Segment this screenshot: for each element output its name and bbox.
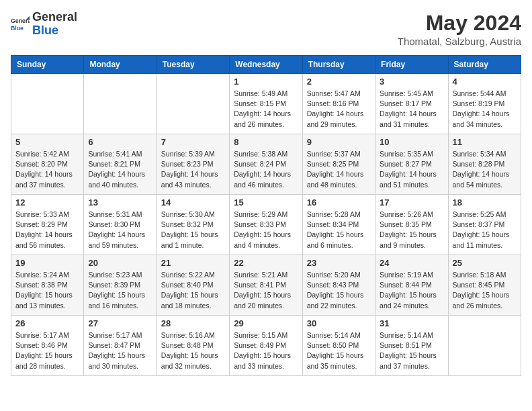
calendar-cell: 26Sunrise: 5:17 AMSunset: 8:46 PMDayligh… [11,316,84,376]
calendar-cell: 6Sunrise: 5:41 AMSunset: 8:21 PMDaylight… [84,134,157,195]
day-number: 12 [15,197,79,208]
calendar-cell: 21Sunrise: 5:22 AMSunset: 8:40 PMDayligh… [157,255,229,316]
day-info: Sunrise: 5:33 AMSunset: 8:29 PMDaylight:… [15,210,79,250]
calendar-cell: 1Sunrise: 5:49 AMSunset: 8:15 PMDaylight… [230,74,302,134]
day-info: Sunrise: 5:39 AMSunset: 8:23 PMDaylight:… [161,149,225,190]
day-number: 16 [307,197,371,208]
calendar-week-row: 5Sunrise: 5:42 AMSunset: 8:20 PMDaylight… [11,134,521,195]
day-number: 23 [307,258,371,268]
calendar-cell: 7Sunrise: 5:39 AMSunset: 8:23 PMDaylight… [157,134,229,195]
day-number: 15 [234,197,298,208]
calendar-cell: 10Sunrise: 5:35 AMSunset: 8:27 PMDayligh… [375,134,448,195]
day-of-week-header: Thursday [302,56,375,74]
calendar-cell: 29Sunrise: 5:15 AMSunset: 8:49 PMDayligh… [230,316,302,376]
day-number: 17 [380,197,443,208]
calendar-table: SundayMondayTuesdayWednesdayThursdayFrid… [11,55,521,376]
day-info: Sunrise: 5:19 AMSunset: 8:44 PMDaylight:… [380,270,443,311]
calendar-cell: 13Sunrise: 5:31 AMSunset: 8:30 PMDayligh… [84,195,157,255]
svg-text:General: General [11,17,30,24]
day-info: Sunrise: 5:30 AMSunset: 8:32 PMDaylight:… [161,210,225,250]
day-info: Sunrise: 5:31 AMSunset: 8:30 PMDaylight:… [88,210,152,250]
day-info: Sunrise: 5:38 AMSunset: 8:24 PMDaylight:… [234,149,298,190]
day-info: Sunrise: 5:44 AMSunset: 8:19 PMDaylight:… [453,89,517,130]
day-number: 29 [234,318,298,328]
day-info: Sunrise: 5:23 AMSunset: 8:39 PMDaylight:… [88,270,152,311]
calendar-cell: 19Sunrise: 5:24 AMSunset: 8:38 PMDayligh… [11,255,84,316]
day-info: Sunrise: 5:26 AMSunset: 8:35 PMDaylight:… [380,210,443,250]
day-number: 18 [453,197,517,208]
day-info: Sunrise: 5:14 AMSunset: 8:51 PMDaylight:… [380,330,443,371]
day-of-week-header: Monday [84,56,157,74]
calendar-cell: 8Sunrise: 5:38 AMSunset: 8:24 PMDaylight… [230,134,302,195]
day-number: 20 [88,258,152,268]
calendar-cell: 12Sunrise: 5:33 AMSunset: 8:29 PMDayligh… [11,195,84,255]
day-number: 24 [380,258,443,268]
day-number: 2 [307,77,371,87]
day-info: Sunrise: 5:29 AMSunset: 8:33 PMDaylight:… [234,210,298,250]
day-info: Sunrise: 5:24 AMSunset: 8:38 PMDaylight:… [15,270,79,311]
day-number: 27 [88,318,152,328]
day-number: 31 [380,318,443,328]
calendar-cell [157,74,229,134]
calendar-cell: 2Sunrise: 5:47 AMSunset: 8:16 PMDaylight… [302,74,375,134]
calendar-cell: 20Sunrise: 5:23 AMSunset: 8:39 PMDayligh… [84,255,157,316]
calendar-week-row: 26Sunrise: 5:17 AMSunset: 8:46 PMDayligh… [11,316,521,376]
day-info: Sunrise: 5:47 AMSunset: 8:16 PMDaylight:… [307,89,371,130]
day-info: Sunrise: 5:20 AMSunset: 8:43 PMDaylight:… [307,270,371,311]
day-of-week-header: Sunday [11,56,84,74]
calendar-cell [448,316,521,376]
calendar-cell: 18Sunrise: 5:25 AMSunset: 8:37 PMDayligh… [448,195,521,255]
calendar-cell: 15Sunrise: 5:29 AMSunset: 8:33 PMDayligh… [230,195,302,255]
day-number: 25 [453,258,517,268]
calendar-week-row: 12Sunrise: 5:33 AMSunset: 8:29 PMDayligh… [11,195,521,255]
calendar-cell: 25Sunrise: 5:18 AMSunset: 8:45 PMDayligh… [448,255,521,316]
day-number: 30 [307,318,371,328]
day-info: Sunrise: 5:34 AMSunset: 8:28 PMDaylight:… [453,149,517,190]
location-subtitle: Thomatal, Salzburg, Austria [398,36,521,47]
calendar-cell: 16Sunrise: 5:28 AMSunset: 8:34 PMDayligh… [302,195,375,255]
day-info: Sunrise: 5:25 AMSunset: 8:37 PMDaylight:… [453,210,517,250]
calendar-cell: 22Sunrise: 5:21 AMSunset: 8:41 PMDayligh… [230,255,302,316]
calendar-cell: 5Sunrise: 5:42 AMSunset: 8:20 PMDaylight… [11,134,84,195]
day-number: 1 [234,77,298,87]
calendar-cell: 31Sunrise: 5:14 AMSunset: 8:51 PMDayligh… [375,316,448,376]
day-number: 7 [161,137,225,147]
svg-text:Blue: Blue [11,25,24,32]
calendar-cell: 14Sunrise: 5:30 AMSunset: 8:32 PMDayligh… [157,195,229,255]
day-number: 4 [453,77,517,87]
logo-text: GeneralBlue [32,11,77,38]
day-info: Sunrise: 5:42 AMSunset: 8:20 PMDaylight:… [15,149,79,190]
logo-icon: General Blue [11,15,30,34]
calendar-cell: 23Sunrise: 5:20 AMSunset: 8:43 PMDayligh… [302,255,375,316]
month-year-title: May 2024 [398,11,521,36]
day-number: 19 [15,258,79,268]
day-info: Sunrise: 5:21 AMSunset: 8:41 PMDaylight:… [234,270,298,311]
calendar-cell: 11Sunrise: 5:34 AMSunset: 8:28 PMDayligh… [448,134,521,195]
day-info: Sunrise: 5:41 AMSunset: 8:21 PMDaylight:… [88,149,152,190]
calendar-cell [11,74,84,134]
calendar-cell: 4Sunrise: 5:44 AMSunset: 8:19 PMDaylight… [448,74,521,134]
day-number: 8 [234,137,298,147]
day-info: Sunrise: 5:18 AMSunset: 8:45 PMDaylight:… [453,270,517,311]
calendar-cell: 9Sunrise: 5:37 AMSunset: 8:25 PMDaylight… [302,134,375,195]
calendar-cell: 3Sunrise: 5:45 AMSunset: 8:17 PMDaylight… [375,74,448,134]
day-number: 5 [15,137,79,147]
page-header: General Blue GeneralBlue May 2024 Thomat… [11,11,521,47]
day-of-week-header: Friday [375,56,448,74]
calendar-cell [84,74,157,134]
day-number: 11 [453,137,517,147]
logo: General Blue GeneralBlue [11,11,77,38]
day-number: 22 [234,258,298,268]
day-of-week-header: Tuesday [157,56,229,74]
day-number: 28 [161,318,225,328]
day-number: 13 [88,197,152,208]
day-of-week-header: Wednesday [230,56,302,74]
calendar-cell: 30Sunrise: 5:14 AMSunset: 8:50 PMDayligh… [302,316,375,376]
calendar-cell: 28Sunrise: 5:16 AMSunset: 8:48 PMDayligh… [157,316,229,376]
day-info: Sunrise: 5:15 AMSunset: 8:49 PMDaylight:… [234,330,298,371]
title-section: May 2024 Thomatal, Salzburg, Austria [398,11,521,47]
day-number: 6 [88,137,152,147]
calendar-header-row: SundayMondayTuesdayWednesdayThursdayFrid… [11,56,521,74]
calendar-cell: 24Sunrise: 5:19 AMSunset: 8:44 PMDayligh… [375,255,448,316]
day-info: Sunrise: 5:35 AMSunset: 8:27 PMDaylight:… [380,149,443,190]
